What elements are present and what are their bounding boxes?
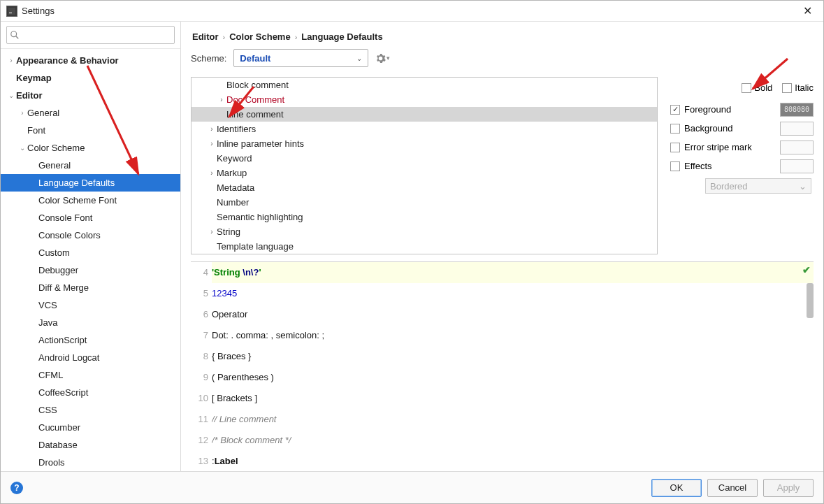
tree-item[interactable]: Language Defaults (1, 174, 180, 192)
effects-label: Effects (684, 161, 712, 171)
tree-item[interactable]: Java (1, 314, 180, 331)
scheme-value: Default (240, 53, 270, 64)
background-checkbox[interactable] (670, 124, 680, 134)
breadcrumb-item[interactable]: Language Defaults (301, 31, 382, 42)
breadcrumb-item[interactable]: Editor (192, 31, 219, 42)
error-stripe-swatch[interactable] (780, 141, 814, 154)
tree-item[interactable]: Console Colors (1, 226, 180, 244)
tree-item[interactable]: Color Scheme Font (1, 192, 180, 209)
tree-item[interactable]: ›Appearance & Behavior (1, 52, 180, 69)
background-swatch[interactable] (780, 122, 814, 136)
attribute-list[interactable]: Block comment›Doc CommentLine comment›Id… (191, 77, 658, 254)
attribute-item[interactable]: Semantic highlighting (191, 210, 657, 224)
line-number: 7 (191, 325, 208, 346)
tree-item[interactable]: Database (1, 436, 180, 454)
italic-checkbox[interactable] (782, 83, 792, 93)
breadcrumb-item[interactable]: Color Scheme (229, 31, 290, 42)
tree-item[interactable]: ActionScript (1, 331, 180, 349)
tree-item[interactable]: Debugger (1, 261, 180, 279)
tree-item-label: General (27, 108, 59, 118)
code-line: [ Brackets ] (212, 388, 814, 409)
code-line: Operator (212, 304, 814, 325)
tree-item[interactable]: Drools (1, 454, 180, 471)
search-wrap (1, 22, 180, 49)
scrollbar[interactable] (807, 283, 814, 318)
tree-item[interactable]: CFML (1, 366, 180, 384)
tree-item-label: Language Defaults (38, 178, 115, 188)
tree-item[interactable]: Cucumber (1, 419, 180, 436)
effects-checkbox[interactable] (670, 161, 680, 171)
foreground-checkbox[interactable] (670, 105, 680, 115)
attribute-item[interactable]: ›String (191, 224, 657, 239)
attribute-item[interactable]: ›Markup (191, 166, 657, 180)
attribute-item[interactable]: Block comment (191, 78, 657, 92)
line-number: 12 (191, 430, 208, 451)
tree-item-label: Android Logcat (38, 352, 99, 363)
tree-item[interactable]: VCS (1, 296, 180, 314)
tree-item[interactable]: Keymap (1, 69, 180, 87)
line-number: 5 (191, 283, 208, 304)
tree-item-label: CSS (38, 405, 57, 415)
scheme-row: Scheme: Default ⌄ ▾ (191, 49, 814, 77)
help-button[interactable]: ? (10, 482, 23, 494)
foreground-swatch[interactable]: 808080 (780, 103, 814, 117)
attribute-label: Keyword (217, 153, 252, 164)
attribute-item[interactable]: Template language (191, 239, 657, 254)
tree-item[interactable]: ⌄Editor (1, 87, 180, 104)
code-line: ( Parentheses ) (212, 367, 814, 388)
bold-checkbox[interactable] (742, 83, 751, 93)
tree-item[interactable]: ⌄Color Scheme (1, 139, 180, 157)
tree-item[interactable]: Custom (1, 244, 180, 261)
scheme-gear-button[interactable]: ▾ (375, 53, 390, 64)
tree-item-label: Drools (38, 457, 65, 468)
search-icon (10, 30, 20, 40)
bold-label: Bold (754, 82, 772, 93)
breadcrumb-sep: › (223, 33, 226, 41)
tree-item-label: Database (38, 440, 78, 450)
tree-item-label: Diff & Merge (38, 282, 89, 293)
attribute-item[interactable]: Line comment (191, 107, 657, 122)
scheme-select[interactable]: Default ⌄ (233, 49, 368, 67)
settings-tree[interactable]: ›Appearance & BehaviorKeymap⌄Editor›Gene… (1, 49, 180, 471)
mid-row: Block comment›Doc CommentLine comment›Id… (191, 77, 814, 254)
tree-item-label: Java (38, 317, 57, 328)
svg-rect-0 (8, 8, 15, 15)
effects-type-select: Bordered ⌄ (705, 178, 811, 194)
ok-button[interactable]: OK (651, 479, 702, 497)
attribute-item[interactable]: ›Identifiers (191, 122, 657, 136)
tree-item[interactable]: General (1, 157, 180, 174)
tree-item-label: Keymap (16, 73, 52, 83)
attribute-label: String (217, 226, 240, 237)
tree-item[interactable]: CoffeeScript (1, 384, 180, 401)
scheme-label: Scheme: (191, 53, 226, 64)
attribute-label: Number (217, 197, 249, 208)
tree-item[interactable]: Console Font (1, 209, 180, 226)
attribute-item[interactable]: Number (191, 195, 657, 210)
search-input-wrap[interactable] (6, 26, 175, 44)
attribute-item[interactable]: ›Doc Comment (191, 92, 657, 107)
chevron-icon: ⌄ (17, 144, 27, 152)
attribute-item[interactable]: Keyword (191, 151, 657, 166)
attribute-item[interactable]: Metadata (191, 180, 657, 195)
attribute-label: Template language (217, 241, 294, 252)
attribute-item[interactable]: ›Inline parameter hints (191, 136, 657, 151)
apply-button[interactable]: Apply (763, 479, 814, 497)
error-stripe-label: Error stripe mark (684, 142, 752, 152)
line-number: 13 (191, 451, 208, 471)
error-stripe-checkbox[interactable] (670, 143, 680, 152)
tree-item[interactable]: CSS (1, 401, 180, 419)
tree-item[interactable]: ›General (1, 104, 180, 122)
effects-swatch[interactable] (780, 159, 814, 173)
close-icon[interactable]: ✕ (797, 4, 818, 17)
tree-item-label: CoffeeScript (38, 387, 88, 398)
tree-item[interactable]: Diff & Merge (1, 279, 180, 296)
tree-item[interactable]: Android Logcat (1, 349, 180, 366)
attribute-label: Line comment (226, 109, 284, 120)
tree-item[interactable]: Font (1, 122, 180, 139)
chevron-down-icon: ▾ (386, 55, 390, 62)
cancel-button[interactable]: Cancel (707, 479, 758, 497)
content: Editor›Color Scheme›Language Defaults Sc… (181, 22, 823, 471)
tree-item-label: CFML (38, 370, 63, 380)
search-input[interactable] (22, 30, 171, 40)
main: ›Appearance & BehaviorKeymap⌄Editor›Gene… (1, 22, 823, 471)
